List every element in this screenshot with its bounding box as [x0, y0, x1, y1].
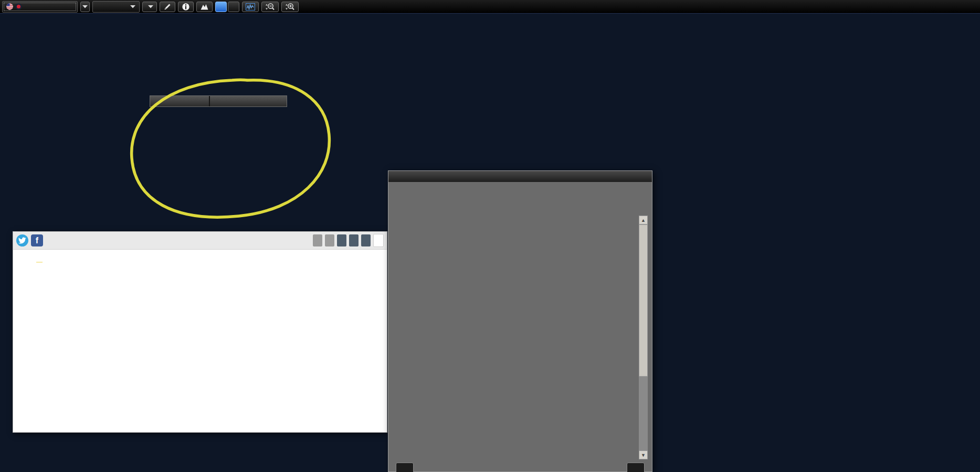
chevron-down-icon: [130, 5, 135, 8]
tick-chart-icon: [246, 3, 255, 10]
japan-flag-icon: [15, 3, 22, 10]
treasury-footer: [13, 421, 387, 433]
bloomberg-button[interactable]: [313, 234, 322, 246]
zoom-in-button[interactable]: [281, 2, 299, 12]
draw-tool-button[interactable]: [160, 2, 175, 12]
pencil-icon: [163, 3, 172, 11]
twitter-icon[interactable]: [16, 234, 28, 246]
technical-select-button[interactable]: [142, 2, 157, 12]
info-button[interactable]: [178, 2, 194, 12]
treasury-header: f: [13, 232, 387, 250]
yahoo-button[interactable]: [325, 234, 334, 246]
news-window: ▲ ▼: [388, 170, 652, 472]
timeframe-selector[interactable]: [92, 1, 140, 13]
mountain-icon: [200, 3, 209, 11]
zoom-in-icon: [285, 3, 295, 11]
tick-chart-button[interactable]: [242, 2, 259, 12]
ask-button[interactable]: [228, 2, 239, 12]
us-flag-icon: [6, 3, 13, 10]
new-button[interactable]: [627, 463, 645, 472]
scroll-up-icon[interactable]: ▲: [639, 216, 648, 224]
chevron-down-icon: [148, 5, 153, 8]
zoom-out-button[interactable]: [261, 2, 279, 12]
zoom-out-icon: [265, 3, 275, 11]
toolbar: [0, 0, 980, 14]
facebook-icon[interactable]: f: [31, 234, 43, 246]
pair-selector[interactable]: [2, 1, 78, 13]
info-icon: [182, 3, 190, 11]
pl-header-datetime: [210, 96, 287, 106]
longterm-button[interactable]: [349, 234, 359, 246]
news-scrollbar[interactable]: ▲ ▼: [639, 216, 648, 459]
news-body: [396, 214, 638, 460]
chart-style-button[interactable]: [196, 2, 213, 12]
pl-table-header: [150, 95, 287, 107]
news-headline: [388, 182, 652, 188]
bid-button[interactable]: [215, 2, 227, 12]
pl-table: [150, 95, 287, 107]
quote-time: [36, 262, 43, 263]
scroll-down-icon[interactable]: ▼: [639, 450, 648, 459]
treasury-widget: f: [13, 231, 387, 433]
chevron-down-icon: [82, 5, 88, 8]
pl-header-amount: [150, 96, 210, 106]
treasury-quote: [13, 250, 387, 274]
timeseries-button[interactable]: [337, 234, 346, 246]
oneday-button[interactable]: [373, 234, 384, 247]
scrollbar-thumb[interactable]: [639, 224, 648, 377]
news-title-bar[interactable]: [388, 171, 652, 182]
treasury-x-axis: [13, 413, 387, 421]
treasury-chart: [13, 274, 388, 412]
oneweek-button[interactable]: [361, 234, 371, 246]
pair-dropdown-button[interactable]: [80, 2, 90, 12]
old-button[interactable]: [396, 463, 414, 472]
